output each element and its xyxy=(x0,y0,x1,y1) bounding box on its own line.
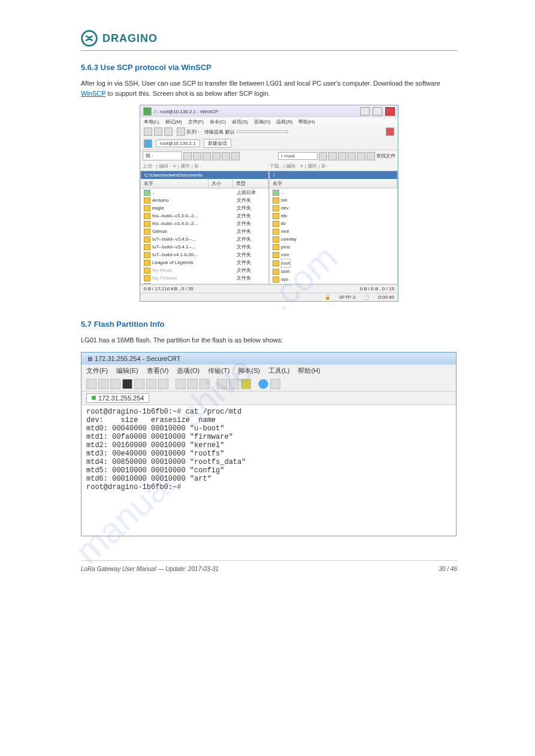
sync-browse-icon[interactable] xyxy=(164,127,173,136)
folder-icon xyxy=(144,275,150,281)
crt-menu-edit[interactable]: 编辑(E) xyxy=(116,366,138,375)
crt-session-tab[interactable]: 172.31.255.254 xyxy=(86,393,149,403)
crt-printer-icon[interactable] xyxy=(200,379,210,389)
refresh-icon[interactable] xyxy=(222,152,230,160)
col-name[interactable]: 名字 xyxy=(141,179,208,188)
crt-options-icon[interactable] xyxy=(217,379,227,389)
window-title: / - root@10.130.2.1 - WinSCP xyxy=(155,109,357,114)
file-row[interactable]: .. xyxy=(270,189,397,196)
file-row[interactable]: fxs--build--v3.3.0--2...文件夹 xyxy=(141,212,268,220)
file-row[interactable]: IoT--build-v4.1.0-20...文件夹 xyxy=(141,251,268,259)
file-row[interactable]: proc xyxy=(270,243,397,251)
winscp-link[interactable]: WinSCP xyxy=(81,90,105,97)
bookmark-icon[interactable] xyxy=(231,152,240,160)
col-name-r[interactable]: 名字 xyxy=(270,179,397,188)
col-size[interactable]: 大小 xyxy=(208,179,233,188)
file-row[interactable]: bin xyxy=(270,196,397,204)
crt-reconnect-icon[interactable] xyxy=(110,379,120,389)
crt-menu-help[interactable]: 帮助(H) xyxy=(298,366,320,375)
crt-menu-view[interactable]: 查看(V) xyxy=(147,366,169,375)
r-refresh-icon[interactable] xyxy=(357,152,365,160)
menu-mark[interactable]: 标记(M) xyxy=(165,119,182,125)
file-row[interactable]: sys xyxy=(270,275,397,283)
crt-menu-tool[interactable]: 工具(L) xyxy=(268,366,289,375)
file-row[interactable]: root xyxy=(270,259,397,268)
file-row[interactable]: dev xyxy=(270,204,397,212)
crt-help-icon[interactable] xyxy=(258,379,268,389)
transfer-dropdown[interactable] xyxy=(237,130,288,133)
folder-icon xyxy=(144,252,150,258)
crt-connect-icon[interactable] xyxy=(86,379,96,389)
close-session-icon[interactable] xyxy=(386,127,394,136)
crt-menu-option[interactable]: 选项(O) xyxy=(177,366,200,375)
find-icon[interactable] xyxy=(367,152,375,160)
file-row[interactable]: sbin xyxy=(270,268,397,275)
compare-icon[interactable] xyxy=(154,127,162,136)
find-label[interactable]: 查找文件 xyxy=(376,153,395,159)
file-row[interactable]: League of Legends文件夹 xyxy=(141,259,268,266)
home-icon[interactable] xyxy=(212,152,220,160)
file-row[interactable]: fxs--build--v3.4.0--2...文件夹 xyxy=(141,220,268,227)
crt-find-icon[interactable] xyxy=(158,379,168,389)
file-row[interactable]: Arduino文件夹 xyxy=(141,196,268,204)
sync-icon[interactable] xyxy=(144,127,152,136)
file-row[interactable]: rom xyxy=(270,251,397,259)
menu-help[interactable]: 帮助(H) xyxy=(298,119,315,125)
file-row[interactable]: mnt xyxy=(270,227,397,235)
maximize-button[interactable] xyxy=(373,107,382,116)
left-drive-dropdown[interactable]: 我 · xyxy=(143,151,182,160)
menu-remote[interactable]: 远程(R) xyxy=(276,119,292,125)
status-led-icon xyxy=(92,396,96,400)
menu-command[interactable]: 命令(C) xyxy=(210,119,226,125)
folder-icon xyxy=(144,198,150,204)
file-row[interactable]: My Videos文件夹 xyxy=(141,282,268,284)
fwd-icon[interactable] xyxy=(202,152,211,160)
file-row[interactable]: IoT--build--v3.4.1--...文件夹 xyxy=(141,243,268,251)
crt-settings-icon[interactable] xyxy=(229,379,239,389)
menu-file[interactable]: 文件(F) xyxy=(188,119,204,125)
close-button[interactable] xyxy=(385,107,395,116)
menubar: 本地(L) 标记(M) 文件(F) 命令(C) 会话(S) 选项(O) 远程(R… xyxy=(140,117,398,126)
r-home-icon[interactable] xyxy=(347,152,356,160)
crt-disconnect-icon[interactable] xyxy=(122,379,132,389)
crt-log-icon[interactable] xyxy=(188,379,198,389)
crt-key-icon[interactable] xyxy=(241,379,251,389)
r-fwd-icon[interactable] xyxy=(338,152,346,160)
queue-icon[interactable] xyxy=(177,127,185,136)
back-icon[interactable] xyxy=(193,152,201,160)
footer-right: 30 / 46 xyxy=(439,566,457,572)
r-back-icon[interactable] xyxy=(328,152,337,160)
menu-option[interactable]: 选项(O) xyxy=(254,119,271,125)
file-row[interactable]: lib xyxy=(270,220,397,227)
terminal-output[interactable]: root@dragino-1b6fb0:~# cat /proc/mtd dev… xyxy=(81,405,456,536)
session-tab[interactable]: root@10.130.2.1 xyxy=(156,139,200,147)
file-row[interactable]: IoT--build--v3.4.0--...文件夹 xyxy=(141,235,268,243)
up-folder-icon xyxy=(273,190,279,196)
file-row[interactable]: My Music文件夹 xyxy=(141,266,268,274)
right-path-dropdown[interactable]: / <root xyxy=(278,152,318,160)
r-up-icon[interactable] xyxy=(319,152,327,160)
file-row[interactable]: My Pictures文件夹 xyxy=(141,274,268,282)
transfer-label: 传输选项 默认 xyxy=(204,129,234,135)
crt-menu-transfer[interactable]: 传输(T) xyxy=(208,366,229,375)
up-icon[interactable] xyxy=(183,152,192,160)
crt-copy-icon[interactable] xyxy=(134,379,144,389)
remote-path: / xyxy=(270,171,397,179)
new-session-tab[interactable]: 新建会话 xyxy=(204,139,231,148)
minimize-button[interactable] xyxy=(360,107,370,116)
file-row[interactable]: tmp xyxy=(270,283,397,284)
file-row[interactable]: ..上级目录 xyxy=(141,189,268,196)
crt-quick-icon[interactable] xyxy=(98,379,108,389)
file-row[interactable]: GitHub文件夹 xyxy=(141,227,268,235)
file-row[interactable]: eagle文件夹 xyxy=(141,204,268,212)
col-type[interactable]: 类型 xyxy=(233,179,268,188)
menu-session[interactable]: 会话(S) xyxy=(232,119,248,125)
crt-menu-script[interactable]: 脚本(S) xyxy=(238,366,260,375)
file-row[interactable]: etc xyxy=(270,212,397,220)
crt-menu-file[interactable]: 文件(F) xyxy=(86,366,108,375)
crt-print-icon[interactable] xyxy=(176,379,186,389)
file-row[interactable]: overlay xyxy=(270,235,397,243)
menu-local[interactable]: 本地(L) xyxy=(144,119,159,125)
crt-paste-icon[interactable] xyxy=(146,379,156,389)
crt-about-icon[interactable] xyxy=(270,379,280,389)
